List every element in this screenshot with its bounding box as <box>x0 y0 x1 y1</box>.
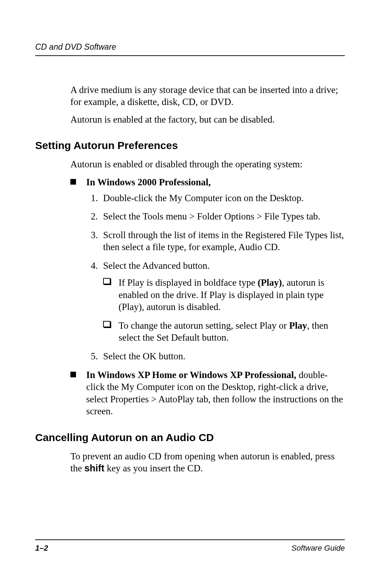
section2-paragraph: To prevent an audio CD from opening when… <box>70 451 345 475</box>
step-4-sublist: If Play is displayed in boldface type (P… <box>103 277 345 344</box>
step-4: Select the Advanced button. If Play is d… <box>100 260 345 344</box>
sub-b: To change the autorun setting, select Pl… <box>103 320 345 344</box>
bullet-win2000: In Windows 2000 Professional, Double-cli… <box>70 176 345 363</box>
footer: 1–2 Software Guide <box>35 539 345 553</box>
bullet-win2000-lead: In Windows 2000 Professional, <box>86 177 211 187</box>
section1-block: Autorun is enabled or disabled through t… <box>70 159 345 417</box>
sub-b-bold: Play <box>289 320 307 331</box>
footer-guide-label: Software Guide <box>291 544 345 553</box>
step-2: Select the Tools menu > Folder Options >… <box>100 210 345 223</box>
intro-paragraph-2: Autorun is enabled at the factory, but c… <box>70 114 345 126</box>
intro-block: A drive medium is any storage device tha… <box>70 84 345 125</box>
intro-paragraph-1: A drive medium is any storage device tha… <box>70 84 345 108</box>
sub-a-pre: If Play is displayed in boldface type <box>119 277 258 288</box>
step-1: Double-click the My Computer icon on the… <box>100 192 345 204</box>
section1-intro: Autorun is enabled or disabled through t… <box>70 159 345 171</box>
footer-page-number: 1–2 <box>35 544 48 553</box>
heading-cancelling-autorun: Cancelling Autorun on an Audio CD <box>35 432 345 444</box>
os-bullet-list: In Windows 2000 Professional, Double-cli… <box>70 176 345 417</box>
running-head: CD and DVD Software <box>35 42 345 56</box>
heading-setting-autorun: Setting Autorun Preferences <box>35 140 345 151</box>
step-3: Scroll through the list of items in the … <box>100 229 345 253</box>
page: CD and DVD Software A drive medium is an… <box>0 0 380 588</box>
step-4-text: Select the Advanced button. <box>103 260 210 271</box>
sub-b-pre: To change the autorun setting, select Pl… <box>119 320 289 331</box>
win2000-steps: Double-click the My Computer icon on the… <box>86 192 345 363</box>
bullet-winxp: In Windows XP Home or Windows XP Profess… <box>70 369 345 417</box>
sub-a: If Play is displayed in boldface type (P… <box>103 277 345 313</box>
section2-p-bold: shift <box>84 463 104 474</box>
bullet-winxp-lead: In Windows XP Home or Windows XP Profess… <box>86 370 296 380</box>
section2-block: To prevent an audio CD from opening when… <box>70 451 345 475</box>
section2-p-post: key as you insert the CD. <box>104 463 203 474</box>
sub-a-bold: (Play) <box>258 277 282 288</box>
step-5: Select the OK button. <box>100 350 345 363</box>
